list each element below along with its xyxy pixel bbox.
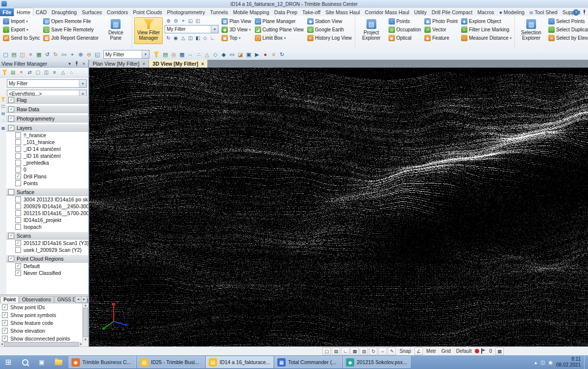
ribbon-button[interactable]: ◫ Save File Remotely: [42, 25, 99, 34]
tree-item[interactable]: ID14a16_projekt: [6, 217, 88, 223]
tree-item[interactable]: 0: [6, 166, 88, 173]
tree-item-checkbox[interactable]: [15, 240, 21, 246]
pan-icon[interactable]: +: [68, 50, 76, 59]
ortho-icon[interactable]: ∟: [341, 347, 349, 355]
panel-header[interactable]: View Filter Manager ▾ ×: [0, 60, 88, 68]
option-row[interactable]: Show feature code: [0, 319, 82, 327]
ribbon-button[interactable]: ≡ History Log View: [306, 34, 353, 42]
tree-item[interactable]: Scans: [6, 232, 88, 240]
zoom-extents-icon[interactable]: ◱: [187, 17, 194, 24]
ribbon-button[interactable]: ≈ Filter Line Marking: [460, 25, 513, 34]
tree-item-checkbox[interactable]: [8, 189, 14, 195]
ribbon-button[interactable]: ▣ Top ▾: [220, 34, 252, 42]
ribbon-tab[interactable]: Take-off: [300, 8, 323, 16]
ribbon-button[interactable]: ∷ Select Duplicate Points: [547, 25, 588, 34]
chevron-down-icon[interactable]: ▾: [211, 25, 218, 33]
ribbon-button[interactable]: ⇔ Measure Distance ▾: [460, 34, 513, 42]
option-checkbox[interactable]: [2, 312, 8, 318]
tree-item[interactable]: _101_hranice: [6, 139, 88, 146]
tree-item-checkbox[interactable]: [15, 132, 21, 138]
view-filter-icon[interactable]: [2, 70, 7, 75]
tree-item-checkbox[interactable]: [15, 224, 21, 230]
tree-item-checkbox[interactable]: [15, 270, 21, 276]
default-style-toggle[interactable]: Default: [454, 348, 474, 355]
tree-item[interactable]: Flag: [6, 96, 88, 104]
tray-network-icon[interactable]: ◫: [540, 360, 545, 365]
walk-icon[interactable]: △: [179, 34, 187, 41]
close-tab-icon[interactable]: ×: [143, 61, 146, 67]
angle-icon[interactable]: ∠: [415, 347, 423, 355]
ribbon-tab[interactable]: Data Prep: [272, 8, 300, 16]
ribbon-button[interactable]: ◎ Google Earth: [306, 25, 353, 34]
ribbon-tab[interactable]: Draughting: [49, 8, 79, 16]
ribbon-tab[interactable]: Corridor Mass Haul: [363, 8, 412, 16]
tree-item[interactable]: Never Classified: [6, 270, 88, 276]
tree-item[interactable]: !!_hranice: [6, 132, 88, 139]
taskbar-clock[interactable]: 8:11 08.02.2021: [556, 356, 581, 368]
ribbon-button[interactable]: ◆ 3D View ▾: [220, 25, 252, 34]
measure-icon[interactable]: ⇔: [378, 347, 387, 355]
taskbar-app[interactable]: ▤ ID25 - Trimble Busi...: [137, 356, 205, 368]
ribbon-tab[interactable]: Mobile Mapping: [230, 8, 271, 16]
cad-icon[interactable]: ◇: [211, 50, 220, 59]
taskbar-app[interactable]: ▤ ID14 a 16_fakturace...: [206, 356, 273, 368]
taskbar-app[interactable]: ◆ 201215 Sokolov.psx...: [343, 356, 411, 368]
list-icon[interactable]: ≡: [270, 50, 278, 59]
tree-item-checkbox[interactable]: [8, 116, 14, 122]
grid-icon[interactable]: ▦: [178, 50, 186, 59]
tree-item[interactable]: Photogrammetry: [6, 115, 88, 123]
tree-item-checkbox[interactable]: [8, 125, 14, 131]
layers-icon[interactable]: ▤: [0, 111, 6, 116]
isolate-layers-icon[interactable]: ▤: [9, 69, 17, 76]
close-icon[interactable]: ×: [26, 50, 35, 59]
taskbar-app[interactable]: ▦ Total Commander (...: [274, 356, 342, 368]
settings-icon[interactable]: ↻: [278, 50, 286, 59]
redo-icon[interactable]: ↻: [51, 50, 60, 59]
tray-volume-icon[interactable]: ◉: [548, 360, 553, 365]
option-row[interactable]: Show elevation: [0, 327, 82, 335]
pane-toggle-icon[interactable]: ▦: [495, 347, 504, 355]
point-cloud-view[interactable]: [89, 68, 588, 346]
tree-item-checkbox[interactable]: [15, 146, 21, 152]
ribbon-tab[interactable]: Drill Pile Compact: [429, 8, 475, 16]
units-toggle[interactable]: Metr: [424, 348, 438, 355]
tree-item[interactable]: _prehledka: [6, 159, 88, 166]
zoom-in-icon[interactable]: ⊕: [165, 17, 172, 24]
tab-scroll-right-icon[interactable]: ▸: [81, 296, 87, 303]
surface-icon[interactable]: △: [203, 50, 211, 59]
option-checkbox[interactable]: [2, 328, 8, 334]
option-row[interactable]: Show point IDs: [0, 303, 82, 311]
ribbon-button[interactable]: ▣ Photo Point: [423, 17, 459, 25]
scrollbar-vertical[interactable]: ▴ ▾: [83, 303, 88, 342]
ribbon-button[interactable]: ◉ Station View: [306, 17, 353, 25]
fit-view-icon[interactable]: ▢: [322, 347, 331, 355]
ribbon-tab[interactable]: File: [0, 8, 14, 16]
print-icon[interactable]: ▦: [35, 50, 43, 59]
ribbon-tab[interactable]: Macros: [475, 8, 496, 16]
tray-chevron-icon[interactable]: ▴: [535, 360, 537, 365]
pan-views-icon[interactable]: ⇄: [26, 69, 33, 76]
scroll-up-icon[interactable]: ▴: [85, 303, 87, 307]
pin-ribbon-icon[interactable]: [582, 10, 587, 15]
measure-icon[interactable]: ⇔: [186, 50, 195, 59]
search-button[interactable]: [17, 355, 33, 369]
run-icon[interactable]: ▶: [253, 50, 261, 59]
ribbon-button[interactable]: ◉ Optical: [388, 34, 422, 42]
shade-icon[interactable]: ◧: [194, 34, 201, 41]
point-cloud-filter-icon[interactable]: ∴: [68, 69, 75, 76]
quick-filter-combo[interactable]: My Filter ▾: [103, 50, 149, 59]
scrollbar-thumb[interactable]: [83, 308, 88, 337]
record-icon[interactable]: ●: [261, 50, 270, 59]
help-icon[interactable]: ?: [573, 9, 579, 16]
tree-item-checkbox[interactable]: [15, 217, 21, 223]
tree-item[interactable]: 201512 ID14a16 Scan1 (Y3): [6, 240, 88, 246]
start-button[interactable]: ⊞: [0, 355, 17, 369]
ribbon-tab[interactable]: ◆ Modeling: [497, 8, 527, 16]
flag-icon[interactable]: [481, 348, 486, 354]
ribbon-tab[interactable]: ▤ Tool Shed: [527, 8, 560, 16]
chevron-down-icon[interactable]: ▾: [79, 80, 86, 87]
option-row[interactable]: Show point symbols: [0, 311, 82, 319]
device-pane-button[interactable]: ▥ Device Pane: [101, 17, 130, 44]
tree-item[interactable]: 201215 ID14a16__5700-2000: [6, 210, 88, 217]
ribbon-button[interactable]: ▭ Plane Manager: [254, 17, 305, 25]
